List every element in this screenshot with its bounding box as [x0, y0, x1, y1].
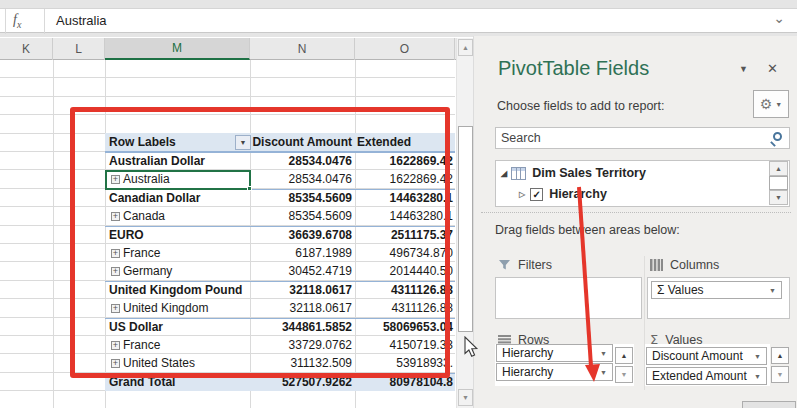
- gridline: [53, 60, 54, 408]
- scroll-down-button[interactable]: ▼: [769, 190, 788, 205]
- formula-divider: [44, 9, 45, 34]
- field-list: ◢ Dim Sales Territory ▷ ✓ Hierarchy ▲ ▼: [495, 160, 790, 207]
- chip-dropdown-icon[interactable]: ▼: [765, 287, 776, 294]
- update-button-partial[interactable]: [742, 401, 796, 408]
- excel-window: fx Australia ⌄ KLMNO Row Labels Discount…: [0, 0, 797, 408]
- chip-dropdown-icon[interactable]: ▼: [750, 353, 761, 360]
- drag-fields-label: Drag fields between areas below:: [495, 223, 680, 237]
- scroll-up-button[interactable]: ▲: [769, 161, 788, 176]
- field-list-table-row[interactable]: ◢ Dim Sales Territory: [496, 163, 766, 183]
- formula-bar[interactable]: fx Australia ⌄: [0, 8, 797, 33]
- formula-bar-expand-icon[interactable]: ⌄: [773, 10, 785, 26]
- name-box-divider: [5, 9, 6, 34]
- scroll-down-button[interactable]: ▼: [458, 389, 473, 406]
- column-headers: KLMNO: [0, 38, 456, 60]
- columns-label: Columns: [670, 258, 719, 272]
- chip-dropdown-icon[interactable]: ▼: [596, 369, 607, 376]
- chip-label: Hierarchy: [502, 365, 553, 379]
- filters-area-box[interactable]: [495, 277, 642, 319]
- search-placeholder: Search: [501, 131, 541, 145]
- filters-label: Filters: [518, 258, 552, 272]
- formula-bar-value[interactable]: Australia: [56, 13, 107, 28]
- top-bar: fx Australia ⌄: [0, 0, 797, 37]
- filters-area-header: Filters: [498, 258, 552, 272]
- chip-label: Discount Amount: [652, 349, 743, 363]
- scroll-thumb[interactable]: [458, 126, 473, 332]
- columns-icon: [650, 259, 663, 271]
- tools-button[interactable]: ⚙ ▼: [753, 90, 789, 118]
- rows-field-chip[interactable]: Hierarchy▼: [496, 344, 613, 362]
- chip-dropdown-icon[interactable]: ▼: [596, 350, 607, 357]
- pivottable-fields-pane: PivotTable Fields ▼ ✕ Choose fields to a…: [473, 36, 797, 408]
- values-scroll-up-button[interactable]: ▲: [771, 347, 789, 364]
- choose-fields-label: Choose fields to add to report:: [497, 99, 664, 113]
- column-header-M[interactable]: M: [105, 38, 250, 60]
- rows-scroll-up-button[interactable]: ▲: [615, 347, 633, 364]
- field-list-field-row[interactable]: ▷ ✓ Hierarchy: [496, 184, 766, 204]
- divider: [481, 212, 791, 213]
- expand-triangle-icon[interactable]: ▷: [519, 190, 525, 199]
- rows-field-chip[interactable]: Hierarchy▼: [496, 363, 613, 381]
- search-input[interactable]: Search: [495, 127, 790, 149]
- pane-title: PivotTable Fields: [498, 57, 649, 80]
- table-icon: [511, 167, 526, 180]
- values-field-chip[interactable]: Extended Amount▼: [646, 367, 767, 385]
- fx-icon: fx: [13, 12, 21, 30]
- values-field-chip[interactable]: Discount Amount▼: [646, 347, 767, 365]
- chip-label: Hierarchy: [502, 346, 553, 360]
- column-header-O[interactable]: O: [355, 38, 455, 60]
- search-icon: [773, 132, 782, 141]
- columns-field-chip[interactable]: Σ Values▼: [651, 281, 782, 299]
- chip-label: Σ Values: [657, 283, 704, 297]
- pane-options-icon[interactable]: ▼: [739, 64, 748, 74]
- rows-scroll-down-button[interactable]: ▼: [615, 366, 633, 383]
- column-header-N[interactable]: N: [250, 38, 355, 60]
- scroll-thumb[interactable]: [769, 176, 788, 190]
- chip-dropdown-icon[interactable]: ▼: [750, 373, 761, 380]
- column-header-K[interactable]: K: [0, 38, 53, 60]
- gear-icon: ⚙: [760, 96, 773, 112]
- close-icon[interactable]: ✕: [767, 61, 778, 76]
- worksheet-vscrollbar[interactable]: ▲ ▼: [456, 38, 473, 408]
- annotation-rectangle: [70, 107, 450, 378]
- table-name: Dim Sales Territory: [532, 166, 646, 180]
- field-checkbox[interactable]: ✓: [530, 188, 543, 201]
- column-header-L[interactable]: L: [53, 38, 105, 60]
- collapse-triangle-icon[interactable]: ◢: [501, 169, 507, 178]
- field-name: Hierarchy: [549, 187, 607, 201]
- columns-area-header: Columns: [650, 258, 719, 272]
- chip-label: Extended Amount: [652, 369, 747, 383]
- values-scroll-down-button[interactable]: ▼: [771, 366, 789, 383]
- funnel-icon: [498, 259, 511, 271]
- scroll-up-button[interactable]: ▲: [458, 39, 473, 56]
- field-list-scrollbar[interactable]: ▲ ▼: [769, 161, 789, 206]
- chevron-down-icon: ▼: [775, 101, 782, 108]
